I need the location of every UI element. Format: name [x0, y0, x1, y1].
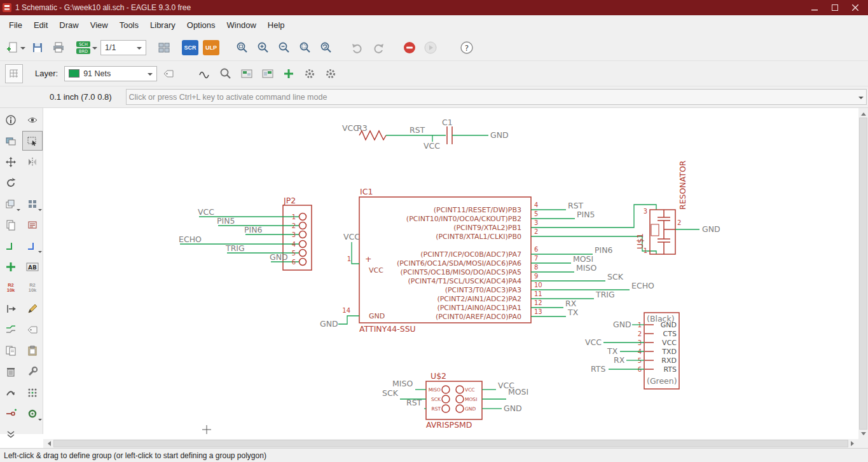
net-label-echo[interactable]: ECHO — [179, 234, 202, 244]
net-label-rst[interactable]: RST — [410, 125, 425, 135]
name-tool[interactable] — [22, 299, 43, 318]
ic1-pin-name[interactable]: (PCINT11/RESET/DW)PB3 — [434, 206, 521, 214]
scroll-up-arrow[interactable] — [858, 108, 868, 117]
part-name-ic1[interactable]: IC1 — [360, 187, 373, 196]
wire-tool[interactable] — [1, 236, 21, 255]
net-label-vcc[interactable]: VCC — [343, 232, 360, 241]
isp-pad[interactable] — [442, 395, 450, 403]
ic1-pin-name[interactable]: (PCINT5/OC1B/MISO/DO/ADC5)PA5 — [401, 268, 521, 276]
ic1-pin-number[interactable]: 10 — [534, 282, 542, 289]
invoke-tool[interactable] — [22, 215, 43, 234]
command-line[interactable] — [126, 89, 867, 105]
ulp-button[interactable]: ULP — [202, 38, 220, 57]
copy-group-tool[interactable] — [1, 194, 21, 214]
jp2-pin-number[interactable]: 6 — [292, 259, 296, 266]
net-label-pin6[interactable]: PIN6 — [595, 245, 613, 255]
component-resonator[interactable]: 3 1 2 U$1 RESONATOR GND — [635, 160, 720, 254]
net-label-trig[interactable]: TRIG — [595, 290, 615, 299]
sheet-select[interactable]: 1/1 — [100, 40, 146, 55]
board-sync-button-a[interactable] — [238, 64, 256, 83]
net-wire[interactable] — [338, 316, 359, 324]
ftdi-pin-name[interactable]: RTS — [663, 365, 677, 374]
board-sync-button-b[interactable] — [259, 64, 277, 83]
add-part-tool[interactable]: R210k — [1, 278, 21, 297]
part-name-jp2[interactable]: JP2 — [283, 196, 296, 205]
horizontal-scroll-thumb[interactable] — [53, 440, 848, 447]
ratsnest-tool[interactable] — [22, 383, 43, 402]
net-label-gnd[interactable]: GND — [270, 252, 288, 262]
ic1-pin-number[interactable]: 13 — [534, 308, 542, 315]
ic1-pin-name[interactable]: (PCINT1/AIN0/ADC1)PA1 — [437, 304, 521, 312]
show-object-button[interactable] — [217, 64, 235, 83]
net-label-vcc[interactable]: VCC — [424, 141, 440, 151]
ftdi-pin-name[interactable]: CTS — [663, 330, 677, 338]
grid-button[interactable] — [5, 64, 23, 83]
group-select-tool[interactable] — [22, 131, 43, 151]
jp2-pin-number[interactable]: 1 — [292, 214, 296, 221]
junction-plus-icon[interactable] — [280, 64, 298, 83]
ftdi-pin-name[interactable]: VCC — [662, 339, 677, 347]
isp-pad[interactable] — [456, 386, 464, 393]
isp-pad[interactable] — [442, 386, 450, 393]
net-label-sck[interactable]: SCK — [607, 272, 624, 282]
part-value-resonator[interactable]: RESONATOR — [678, 160, 687, 210]
net-squiggle-icon[interactable] — [196, 64, 214, 83]
vertical-scroll-thumb[interactable] — [859, 118, 867, 430]
gear-button-b[interactable] — [322, 64, 340, 83]
duplicate-tool[interactable] — [1, 215, 21, 234]
move-tool[interactable] — [1, 152, 21, 172]
isp-pin-name[interactable]: SCK — [431, 397, 441, 402]
ic1-pin-number[interactable]: 6 — [534, 246, 538, 253]
help-button[interactable]: ? — [458, 38, 476, 57]
ic1-pin-number[interactable]: 3 — [534, 219, 538, 226]
isp-pin-name[interactable]: MOSI — [465, 397, 477, 402]
isp-pin-name[interactable]: RST — [431, 406, 441, 412]
delete-tool[interactable] — [1, 362, 21, 381]
menu-tools[interactable]: Tools — [114, 17, 144, 33]
ic1-pin-name[interactable]: (PCINT10/INT0/OC0A/CKOUT)PB2 — [406, 215, 521, 223]
jp2-pin-number[interactable]: 5 — [292, 250, 296, 257]
sch-brd-switch-button[interactable]: SCHBRD — [76, 38, 97, 57]
jp2-pin-number[interactable]: 4 — [292, 241, 296, 248]
net-label-miso[interactable]: MISO — [392, 379, 413, 388]
menu-library[interactable]: Library — [144, 17, 181, 33]
undo-button[interactable] — [348, 38, 366, 57]
display-layers-tool[interactable] — [1, 131, 21, 151]
command-line-input[interactable] — [129, 93, 857, 102]
ic1-pin-number[interactable]: 5 — [534, 210, 538, 217]
more-tools-button[interactable] — [1, 425, 21, 444]
ic1-pin-name[interactable]: (PCINT0/AREF/ADC0)PA0 — [436, 313, 521, 321]
scroll-down-arrow[interactable] — [858, 430, 868, 439]
label-tool[interactable] — [22, 320, 43, 339]
layer-settings-button[interactable] — [160, 64, 177, 83]
array-tool[interactable] — [22, 194, 43, 214]
menu-edit[interactable]: Edit — [28, 17, 53, 33]
change-tool[interactable] — [22, 362, 43, 381]
ftdi-pin-number[interactable]: 2 — [638, 330, 642, 337]
copy-sheet-tool[interactable] — [1, 341, 21, 360]
part-name-u1[interactable]: U$1 — [635, 233, 645, 249]
menu-window[interactable]: Window — [221, 17, 262, 33]
menu-view[interactable]: View — [85, 17, 114, 33]
ic1-pin-name[interactable]: (PCINT7/ICP/OC0B/ADC7)PA7 — [420, 250, 521, 259]
ic1-pin-number[interactable]: 2 — [534, 228, 538, 235]
jp2-pad[interactable] — [300, 231, 307, 238]
net-label-pin6[interactable]: PIN6 — [244, 225, 263, 234]
net-label-trig[interactable]: TRIG — [225, 243, 245, 253]
menu-help[interactable]: Help — [262, 17, 291, 33]
isp-pad[interactable] — [442, 405, 450, 412]
resonator-pin-number[interactable]: 2 — [677, 219, 681, 226]
net-label-miso[interactable]: MISO — [576, 263, 596, 273]
net-label-mosi[interactable]: MOSI — [573, 254, 593, 264]
ftdi-pin-name[interactable]: RXD — [661, 357, 677, 365]
menu-file[interactable]: File — [3, 17, 28, 33]
ic1-pin-number[interactable]: 7 — [534, 255, 538, 262]
ic1-pin-name-gnd[interactable]: GND — [369, 312, 385, 320]
isp-pad[interactable] — [456, 395, 464, 403]
resonator-body[interactable] — [650, 210, 675, 254]
zoom-out-button[interactable] — [275, 38, 293, 57]
ic1-pin-name[interactable]: (PCINT4/T1/SCL/USCK/ADC4)PA4 — [408, 277, 521, 285]
scr-script-button[interactable]: SCR — [181, 38, 199, 57]
net-label-gnd[interactable]: GND — [490, 130, 509, 140]
isp-pin-name[interactable]: GND — [465, 406, 476, 412]
